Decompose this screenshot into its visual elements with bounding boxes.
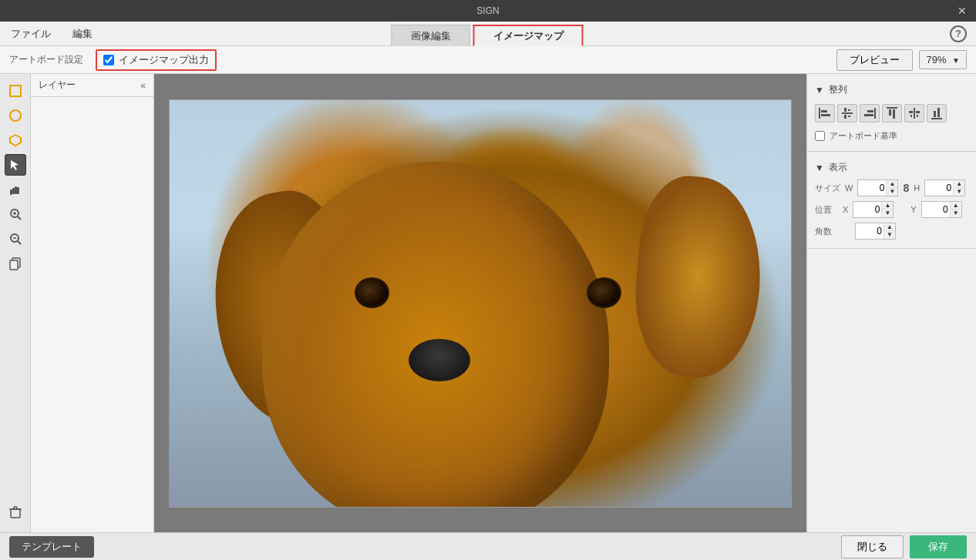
svg-rect-26 (844, 115, 846, 119)
svg-rect-28 (848, 116, 850, 117)
svg-rect-16 (11, 509, 20, 518)
save-button[interactable]: 保存 (910, 535, 967, 558)
artboard-checkbox-label: アートボード基準 (830, 130, 897, 142)
template-button[interactable]: テンプレート (9, 536, 94, 558)
svg-marker-2 (11, 160, 19, 170)
file-menu[interactable]: ファイル (6, 24, 56, 44)
tab-image-map[interactable]: イメージマップ (473, 25, 584, 46)
align-section: ▼ 整列 (807, 74, 976, 152)
app-title: SIGN (476, 5, 499, 16)
close-dialog-button[interactable]: 閉じる (841, 535, 904, 558)
size-w-down[interactable]: ▼ (887, 188, 897, 196)
position-y-value[interactable] (922, 203, 950, 216)
svg-point-1 (10, 110, 21, 121)
corner-input[interactable]: ▲ ▼ (855, 223, 896, 240)
artboard-checkbox-group: アートボード基準 (807, 127, 976, 145)
layers-header: レイヤー « (31, 74, 153, 97)
artboard-checkbox[interactable] (815, 131, 825, 141)
layers-collapse-button[interactable]: « (140, 80, 146, 91)
corner-down[interactable]: ▼ (884, 231, 895, 239)
zoom-out-tool[interactable] (5, 228, 26, 250)
position-y-label: Y (910, 205, 916, 214)
help-button[interactable]: ? (950, 25, 967, 42)
rectangle-tool[interactable] (5, 80, 26, 102)
svg-rect-25 (844, 108, 846, 112)
corner-up[interactable]: ▲ (884, 223, 895, 231)
main-layout: レイヤー « ▼ 整列 (0, 74, 976, 532)
position-x-up[interactable]: ▲ (882, 202, 893, 210)
size-row: サイズ W ▲ ▼ 8 H ▲ ▼ (807, 177, 976, 199)
svg-rect-4 (15, 186, 17, 194)
position-y-down[interactable]: ▼ (951, 210, 961, 217)
hand-tool[interactable] (5, 179, 26, 200)
align-buttons (807, 99, 976, 127)
align-header[interactable]: ▼ 整列 (807, 80, 976, 99)
display-header[interactable]: ▼ 表示 (807, 158, 976, 177)
align-middle-h-button[interactable] (904, 104, 924, 122)
position-x-down[interactable]: ▼ (882, 210, 893, 217)
svg-rect-37 (916, 111, 920, 113)
artboard-label: アートボード設定 (9, 53, 83, 66)
size-h-down[interactable]: ▼ (954, 188, 964, 196)
size-h-up[interactable]: ▲ (954, 180, 964, 188)
size-w-value[interactable] (858, 181, 886, 195)
zoom-select[interactable]: 79% ▼ (919, 50, 967, 69)
corner-value[interactable] (856, 224, 883, 238)
svg-rect-22 (821, 110, 827, 112)
bottom-bar: テンプレート 閉じる 保存 (0, 532, 976, 560)
title-bar: SIGN ✕ (0, 0, 976, 22)
position-x-value[interactable] (853, 203, 881, 216)
align-left-button[interactable] (815, 104, 835, 122)
align-triangle: ▼ (815, 85, 824, 96)
dog-eye-right (587, 277, 621, 308)
svg-rect-3 (12, 188, 15, 194)
polygon-tool[interactable] (5, 129, 26, 151)
align-center-v-button[interactable] (837, 104, 857, 122)
svg-line-12 (18, 241, 21, 244)
svg-line-8 (18, 216, 21, 220)
zoom-in-tool[interactable] (5, 203, 26, 225)
position-label: 位置 (815, 204, 838, 216)
svg-rect-42 (937, 108, 940, 117)
svg-rect-23 (821, 114, 830, 116)
close-button[interactable]: ✕ (954, 3, 970, 18)
align-right-button[interactable] (860, 104, 880, 122)
svg-rect-41 (934, 111, 936, 117)
tab-image-edit[interactable]: 画像編集 (392, 25, 470, 46)
svg-rect-27 (848, 109, 850, 111)
position-x-label: X (843, 205, 848, 214)
copy-tool[interactable] (5, 253, 26, 274)
corner-row: 角数 ▲ ▼ (807, 220, 976, 242)
imagemap-checkbox-group: イメージマップ出力 (96, 49, 217, 71)
dog-nose (409, 339, 470, 381)
svg-rect-15 (10, 260, 18, 270)
dog-eye-left (355, 277, 389, 308)
right-panel: ▼ 整列 (806, 74, 976, 532)
size-separator: 8 (903, 182, 909, 194)
position-x-input[interactable]: ▲ ▼ (853, 201, 894, 218)
align-top-button[interactable] (882, 104, 902, 122)
align-bottom-button[interactable] (927, 104, 947, 122)
circle-tool[interactable] (5, 105, 26, 126)
size-w-input[interactable]: ▲ ▼ (857, 179, 898, 196)
preview-button[interactable]: プレビュー (836, 49, 913, 71)
delete-tool[interactable] (5, 501, 26, 523)
canvas-area (154, 74, 806, 532)
size-w-up[interactable]: ▲ (887, 180, 897, 188)
position-y-input[interactable]: ▲ ▼ (921, 201, 962, 218)
imagemap-checkbox[interactable] (103, 55, 114, 65)
svg-rect-39 (917, 115, 918, 117)
svg-rect-36 (909, 111, 913, 113)
edit-menu[interactable]: 編集 (68, 24, 97, 44)
svg-rect-38 (910, 115, 912, 117)
svg-rect-5 (17, 187, 19, 194)
select-tool[interactable] (5, 154, 26, 176)
layers-label: レイヤー (39, 79, 76, 92)
position-row: 位置 X ▲ ▼ Y ▲ ▼ (807, 199, 976, 220)
bottom-right: 閉じる 保存 (841, 535, 967, 558)
size-h-input[interactable]: ▲ ▼ (924, 179, 965, 196)
size-h-value[interactable] (925, 181, 953, 195)
position-y-up[interactable]: ▲ (951, 202, 961, 210)
layers-panel: レイヤー « (31, 74, 154, 532)
display-label: 表示 (829, 161, 847, 174)
